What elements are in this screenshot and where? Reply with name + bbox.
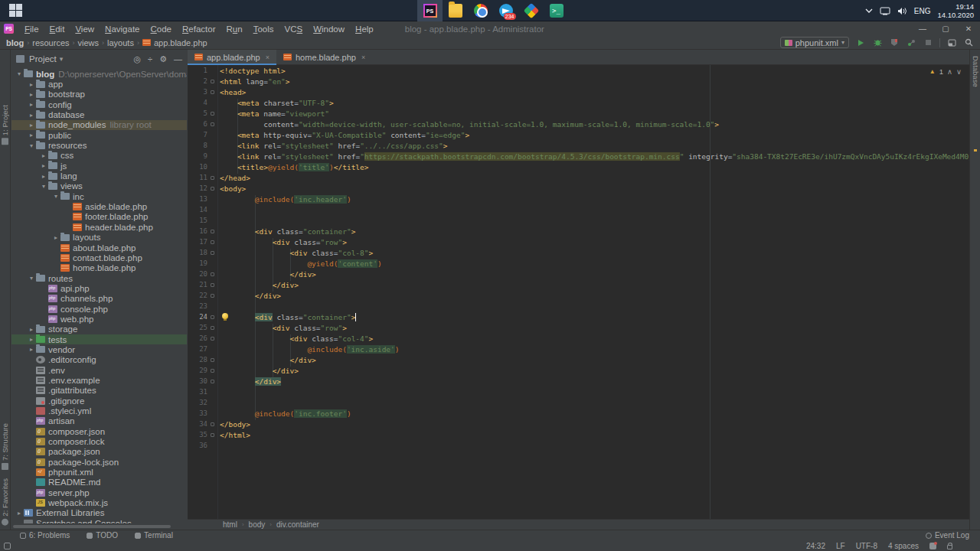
code-line-3[interactable]: 3<head> <box>188 86 969 97</box>
fold-marker-icon[interactable] <box>207 80 217 83</box>
tree-item-footer.blade.php[interactable]: footer.blade.php <box>11 212 187 222</box>
prev-warning-icon[interactable]: ∧ <box>947 67 952 76</box>
tree-item-tests[interactable]: ▸tests <box>11 334 187 344</box>
tree-item-bootstrap[interactable]: ▸bootstrap <box>11 90 187 99</box>
caret-position[interactable]: 24:32 <box>806 542 825 550</box>
tree-item-package.json[interactable]: package.json <box>11 447 187 457</box>
code-line-28[interactable]: 28 </div> <box>188 354 969 365</box>
code-line-19[interactable]: 19 @yield('content') <box>188 258 969 269</box>
tree-item-node_modules[interactable]: ▸node_moduleslibrary root <box>11 120 187 130</box>
fold-marker-icon[interactable] <box>207 251 217 255</box>
tree-item-.env.example[interactable]: .env.example <box>11 375 187 385</box>
tree-item-resources[interactable]: ▾resources <box>11 140 187 150</box>
tree-expand-arrow-icon[interactable]: ▸ <box>15 510 24 517</box>
next-warning-icon[interactable]: ∨ <box>956 67 962 76</box>
read-only-lock-icon[interactable] <box>947 545 952 549</box>
tree-expand-arrow-icon[interactable]: ▸ <box>39 162 48 169</box>
fold-marker-icon[interactable] <box>207 358 217 362</box>
tree-item-about.blade.php[interactable]: about.blade.php <box>11 243 187 253</box>
code-line-9[interactable]: 9 <link rel="stylesheet" href="https://s… <box>188 151 969 161</box>
code-line-32[interactable]: 32 <box>188 397 969 408</box>
fold-marker-icon[interactable] <box>207 187 217 191</box>
file-encoding[interactable]: UTF-8 <box>856 542 877 550</box>
code-line-18[interactable]: 18 <div class="col-8"> <box>188 247 969 258</box>
code-line-36[interactable]: 36 <box>188 440 969 451</box>
horizontal-scrollbar[interactable] <box>13 525 171 528</box>
tree-item-js[interactable]: ▸js <box>11 161 187 171</box>
tree-item-css[interactable]: ▸css <box>11 151 187 161</box>
code-line-29[interactable]: 29 </div> <box>188 365 969 376</box>
code-line-31[interactable]: 31 <box>188 386 969 397</box>
code-line-30[interactable]: 30 </div> <box>188 376 969 386</box>
tree-item-channels.php[interactable]: channels.php <box>11 294 187 304</box>
taskbar-app-chrome[interactable] <box>468 0 493 21</box>
code-line-17[interactable]: 17 <div class="row"> <box>188 236 969 247</box>
run-with-coverage-button[interactable] <box>889 37 900 48</box>
run-configuration-select[interactable]: phpunit.xml ▾ <box>780 37 849 48</box>
code-line-25[interactable]: 25 <div class="row"> <box>188 322 969 333</box>
close-tab-icon[interactable]: × <box>266 54 270 61</box>
collapse-all-icon[interactable]: ÷ <box>148 54 152 64</box>
tree-item-header.blade.php[interactable]: header.blade.php <box>11 222 187 232</box>
code-line-35[interactable]: 35</html> <box>188 429 969 440</box>
tree-expand-arrow-icon[interactable]: ▸ <box>27 91 36 98</box>
tool-stripe-database[interactable]: Database <box>972 56 980 87</box>
code-line-2[interactable]: 2<html lang="en"> <box>188 76 969 86</box>
tree-expand-arrow-icon[interactable]: ▾ <box>51 193 60 200</box>
tree-item-phpunit.xml[interactable]: phpunit.xml <box>11 467 187 477</box>
run-button[interactable] <box>855 37 866 48</box>
fold-marker-icon[interactable] <box>207 369 217 373</box>
keyboard-language[interactable]: ENG <box>914 7 931 15</box>
debug-button[interactable] <box>872 37 883 48</box>
maximize-button[interactable]: ▢ <box>934 24 957 33</box>
tree-expand-arrow-icon[interactable]: ▾ <box>27 275 36 282</box>
tree-item-Scratches and Consoles[interactable]: Scratches and Consoles <box>11 518 187 523</box>
code-line-22[interactable]: 22 </div> <box>188 290 969 301</box>
tree-item-console.php[interactable]: console.php <box>11 304 187 314</box>
tool-stripe-structure[interactable]: 7: Structure <box>1 423 9 470</box>
code-line-23[interactable]: 23 <box>188 301 969 311</box>
fold-marker-icon[interactable] <box>207 230 217 233</box>
tree-item-.gitignore[interactable]: .gitignore <box>11 396 187 406</box>
tree-expand-arrow-icon[interactable]: ▸ <box>27 122 36 129</box>
fold-marker-icon[interactable] <box>207 337 217 341</box>
tree-item-contact.blade.php[interactable]: contact.blade.php <box>11 253 187 262</box>
menu-file[interactable]: File <box>19 24 44 34</box>
minimize-button[interactable]: — <box>911 24 934 33</box>
tree-item-views[interactable]: ▾views <box>11 181 187 191</box>
breadcrumb-resources[interactable]: resources <box>32 38 69 47</box>
tree-item-External Libraries[interactable]: ▸External Libraries <box>11 508 187 518</box>
tree-expand-arrow-icon[interactable]: ▸ <box>27 346 36 353</box>
tree-item-inc[interactable]: ▾inc <box>11 191 187 201</box>
taskbar-app-terminal[interactable]: >_ <box>544 0 569 21</box>
profiler-button[interactable] <box>906 37 916 48</box>
code-line-33[interactable]: 33 @include('inc.footer') <box>188 408 969 419</box>
tree-item-.editorconfig[interactable]: .editorconfig <box>11 355 187 365</box>
hide-panel-icon[interactable]: — <box>174 54 182 64</box>
warning-stripe-mark[interactable] <box>974 149 977 152</box>
code-line-21[interactable]: 21 </div> <box>188 279 969 290</box>
code-line-4[interactable]: 4 <meta charset="UTF-8"> <box>188 97 969 108</box>
code-line-27[interactable]: 27 @include('inc.aside') <box>188 344 969 354</box>
tab-home.blade.php[interactable]: home.blade.php× <box>276 50 372 64</box>
menu-code[interactable]: Code <box>145 24 178 34</box>
fold-marker-icon[interactable] <box>207 433 217 437</box>
fold-marker-icon[interactable] <box>207 326 217 330</box>
code-line-13[interactable]: 13 @include('inc.header') <box>188 194 969 204</box>
code-line-11[interactable]: 11</head> <box>188 172 969 183</box>
breadcrumb-app.blade.php[interactable]: app.blade.php <box>142 38 207 47</box>
tool-window-terminal[interactable]: Terminal <box>135 531 173 540</box>
tree-expand-arrow-icon[interactable]: ▸ <box>51 234 60 241</box>
menu-edit[interactable]: Edit <box>44 24 70 34</box>
tree-expand-arrow-icon[interactable]: ▸ <box>27 81 36 88</box>
breadcrumb-blog[interactable]: blog <box>6 38 24 47</box>
tool-window-problems[interactable]: 6: Problems <box>20 531 70 540</box>
tree-item-home.blade.php[interactable]: home.blade.php <box>11 263 187 273</box>
code-line-8[interactable]: 8 <link rel="stylesheet" href="../../css… <box>188 140 969 151</box>
code-line-14[interactable]: 14 <box>188 204 969 215</box>
close-button[interactable]: ✕ <box>957 24 980 33</box>
tree-item-webpack.mix.js[interactable]: webpack.mix.js <box>11 497 187 507</box>
menu-window[interactable]: Window <box>308 24 350 34</box>
code-line-24[interactable]: 24 <div class="container"> <box>188 311 969 322</box>
search-everywhere-icon[interactable] <box>963 37 974 48</box>
